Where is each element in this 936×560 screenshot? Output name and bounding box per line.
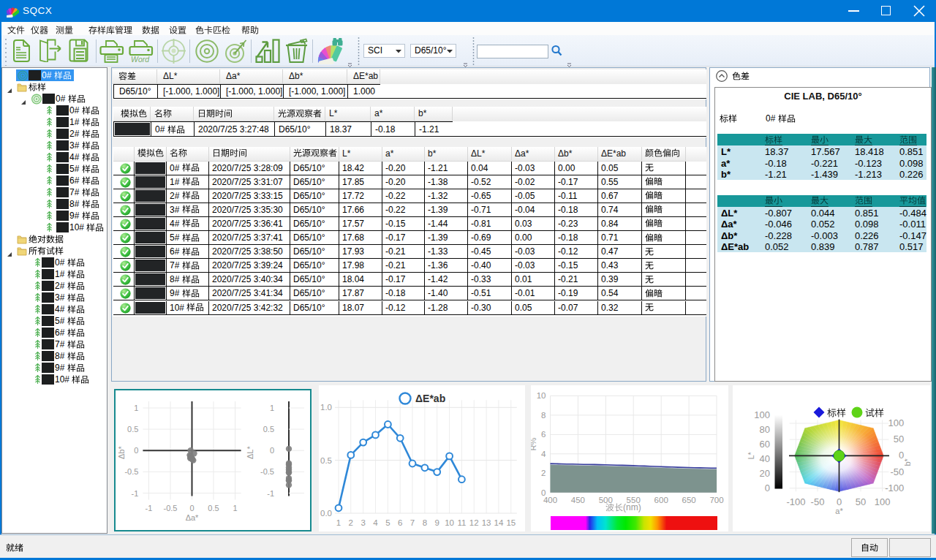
svg-text:0: 0 [189, 504, 194, 512]
svg-text:50: 50 [894, 434, 904, 444]
svg-text:-1: -1 [132, 489, 139, 498]
svg-text:0.5: 0.5 [127, 425, 138, 434]
svg-text:-50: -50 [811, 496, 825, 507]
svg-text:14: 14 [494, 518, 504, 527]
svg-text:0: 0 [765, 483, 770, 493]
svg-text:0: 0 [134, 446, 138, 455]
svg-text:9: 9 [434, 518, 439, 527]
svg-text:2: 2 [541, 469, 546, 477]
svg-text:100: 100 [875, 496, 891, 507]
svg-text:0.0: 0.0 [320, 509, 332, 518]
svg-text:1: 1 [336, 518, 341, 527]
svg-text:80: 80 [760, 424, 770, 435]
svg-text:-50: -50 [890, 466, 904, 477]
svg-text:-100: -100 [786, 496, 805, 507]
svg-text:13: 13 [482, 518, 491, 527]
svg-text:20: 20 [760, 468, 770, 479]
svg-text:8: 8 [423, 518, 427, 527]
svg-text:100: 100 [888, 417, 904, 428]
svg-text:40: 40 [760, 453, 770, 464]
svg-text:12: 12 [469, 518, 479, 527]
svg-text:L*: L* [747, 451, 755, 459]
svg-text:10: 10 [445, 518, 454, 527]
svg-text:0.5: 0.5 [320, 456, 332, 465]
svg-text:10: 10 [537, 391, 546, 400]
svg-text:0.5: 0.5 [208, 504, 219, 512]
svg-text:Word: Word [131, 55, 150, 63]
svg-text:650: 650 [682, 496, 696, 504]
svg-text:100: 100 [754, 409, 770, 420]
svg-text:-0.5: -0.5 [260, 467, 274, 476]
svg-text:15: 15 [506, 518, 516, 527]
svg-text:700: 700 [709, 496, 723, 504]
svg-text:Δa*: Δa* [186, 513, 199, 522]
svg-text:-0.5: -0.5 [164, 504, 178, 512]
svg-text:-0.5: -0.5 [124, 467, 138, 476]
svg-text:400: 400 [543, 496, 557, 504]
svg-text:0: 0 [270, 446, 274, 455]
svg-text:R%: R% [531, 438, 537, 451]
svg-text:ΔL*: ΔL* [246, 446, 254, 459]
svg-text:6: 6 [398, 518, 402, 527]
svg-text:60: 60 [760, 439, 770, 450]
svg-text:50: 50 [856, 496, 866, 507]
svg-text:4: 4 [541, 450, 546, 458]
svg-text:1: 1 [270, 404, 274, 412]
svg-text:2: 2 [349, 518, 353, 527]
svg-text:450: 450 [571, 496, 585, 504]
svg-text:a*: a* [835, 507, 843, 515]
svg-text:-1: -1 [146, 504, 153, 512]
svg-text:1.0: 1.0 [320, 403, 332, 412]
svg-text:3: 3 [361, 518, 365, 527]
svg-text:4: 4 [373, 518, 378, 527]
svg-text:0: 0 [837, 496, 842, 507]
svg-text:5: 5 [385, 518, 390, 527]
svg-text:7: 7 [410, 518, 415, 527]
svg-text:ΔE*ab: ΔE*ab [415, 393, 445, 404]
svg-text:1: 1 [233, 504, 238, 512]
svg-text:-100: -100 [885, 483, 904, 493]
svg-text:b*: b* [903, 458, 912, 466]
svg-text:6: 6 [541, 430, 546, 439]
svg-text:1: 1 [134, 404, 138, 412]
svg-text:11: 11 [457, 518, 466, 527]
svg-text:-1: -1 [267, 489, 274, 498]
svg-text:8: 8 [541, 411, 546, 420]
svg-text:Δb*: Δb* [117, 446, 126, 459]
svg-text:0.5: 0.5 [263, 425, 274, 434]
